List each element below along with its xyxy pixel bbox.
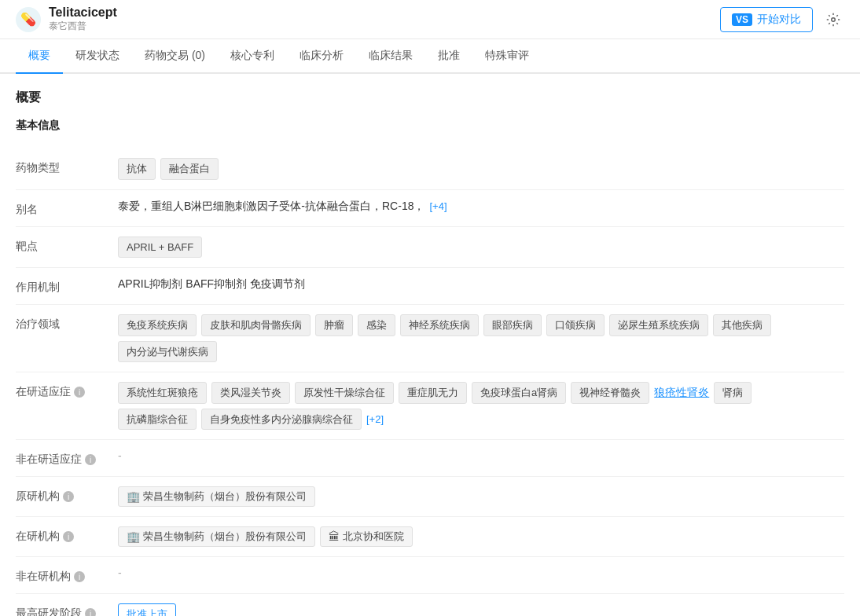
target-label: 靶点 — [16, 236, 118, 254]
page-title: 概要 — [16, 90, 844, 106]
dev-stage-info-icon[interactable]: i — [85, 608, 96, 616]
tag-skin: 皮肤和肌肉骨骼疾病 — [201, 314, 311, 336]
alias-label: 别名 — [16, 200, 118, 217]
header-right: VS 开始对比 — [720, 7, 844, 32]
drug-type-label: 药物类型 — [16, 158, 118, 175]
tag-infection: 感染 — [358, 314, 395, 336]
drug-icon: 💊 — [16, 7, 41, 32]
org-icon-3: 🏛 — [329, 530, 340, 543]
alias-text: 泰爱，重组人B淋巴细胞刺激因子受体-抗体融合蛋白，RC-18， — [118, 200, 424, 214]
tag-tumor: 肿瘤 — [315, 314, 353, 336]
target-value: APRIL + BAFF — [118, 236, 844, 258]
dev-stage-tag: 批准上市 — [118, 603, 176, 616]
tag-antibody: 抗体 — [118, 158, 156, 180]
svg-point-0 — [832, 17, 836, 21]
tab-clinical-analysis[interactable]: 临床分析 — [287, 39, 356, 74]
non-research-org-dash: - — [118, 566, 122, 579]
indication-row1: 系统性红斑狼疮 类风湿关节炎 原发性干燥综合征 重症肌无力 免疫球蛋白a肾病 视… — [118, 382, 844, 404]
compare-badge: VS — [732, 13, 752, 26]
tag-sjogren: 原发性干燥综合征 — [295, 382, 394, 404]
origin-org-row: 原研机构 i 🏢 荣昌生物制药（烟台）股份有限公司 — [16, 477, 844, 517]
non-indication-row: 非在研适应症 i - — [16, 440, 844, 477]
tag-myasthenia: 重症肌无力 — [399, 382, 467, 404]
mechanism-row: 作用机制 APRIL抑制剂 BAFF抑制剂 免疫调节剂 — [16, 268, 844, 305]
tag-antiphospholipid: 抗磷脂综合征 — [118, 409, 197, 431]
drug-name-en: Telitacicept — [49, 6, 117, 20]
tag-nmo: 视神经脊髓炎 — [571, 382, 649, 404]
tab-approval[interactable]: 批准 — [425, 39, 472, 74]
research-org-row: 在研机构 i 🏢 荣昌生物制药（烟台）股份有限公司 🏛 北京协和医院 — [16, 517, 844, 557]
research-org1-name: 荣昌生物制药（烟台）股份有限公司 — [143, 530, 307, 544]
indication-more[interactable]: [+2] — [366, 413, 384, 425]
settings-button[interactable] — [822, 9, 844, 31]
tag-lupus-nephritis-link[interactable]: 狼疮性肾炎 — [654, 386, 709, 400]
indication-value: 系统性红斑狼疮 类风湿关节炎 原发性干燥综合征 重症肌无力 免疫球蛋白a肾病 视… — [118, 382, 844, 430]
org-icon-1: 🏢 — [127, 490, 140, 503]
non-indication-label: 非在研适应症 i — [16, 449, 118, 467]
mechanism-label: 作用机制 — [16, 277, 118, 295]
tag-nervous: 神经系统疾病 — [400, 314, 479, 336]
tag-nephropathy: 肾病 — [714, 382, 752, 404]
origin-org-name: 荣昌生物制药（烟台）股份有限公司 — [143, 490, 307, 504]
nav-tabs: 概要 研发状态 药物交易 (0) 核心专利 临床分析 临床结果 批准 特殊审评 — [0, 39, 860, 74]
compare-label: 开始对比 — [757, 13, 801, 27]
tab-drug-deals[interactable]: 药物交易 (0) — [132, 39, 218, 74]
non-indication-info-icon[interactable]: i — [85, 454, 96, 465]
tag-iga: 免疫球蛋白a肾病 — [472, 382, 566, 404]
tag-urinary: 泌尿生殖系统疾病 — [609, 314, 708, 336]
tag-oral: 口颌疾病 — [546, 314, 605, 336]
tab-clinical-results[interactable]: 临床结果 — [356, 39, 425, 74]
dev-stage-label: 最高研发阶段 i — [16, 603, 118, 616]
tab-special-review[interactable]: 特殊审评 — [472, 39, 542, 74]
header: 💊 Telitacicept 泰它西普 VS 开始对比 — [0, 0, 860, 39]
alias-value: 泰爱，重组人B淋巴细胞刺激因子受体-抗体融合蛋白，RC-18，[+4] — [118, 200, 844, 214]
mechanism-value: APRIL抑制剂 BAFF抑制剂 免疫调节剂 — [118, 277, 844, 292]
non-indication-value: - — [118, 449, 844, 462]
content: 概要 基本信息 药物类型 抗体 融合蛋白 别名 泰爱，重组人B淋巴细胞刺激因子受… — [0, 74, 860, 616]
origin-org-info-icon[interactable]: i — [63, 491, 74, 502]
indication-info-icon[interactable]: i — [74, 387, 85, 398]
alias-more[interactable]: [+4] — [429, 200, 447, 212]
tab-overview[interactable]: 概要 — [16, 39, 63, 74]
tag-other: 其他疾病 — [713, 314, 771, 336]
research-org-value: 🏢 荣昌生物制药（烟台）股份有限公司 🏛 北京协和医院 — [118, 526, 844, 547]
drug-title: Telitacicept 泰它西普 — [49, 6, 117, 33]
indication-row: 在研适应症 i 系统性红斑狼疮 类风湿关节炎 原发性干燥综合征 重症肌无力 免疫… — [16, 372, 844, 440]
tag-autoimmune-poly: 自身免疫性多内分泌腺病综合征 — [201, 409, 362, 431]
tag-immune: 免疫系统疾病 — [118, 314, 197, 336]
target-row: 靶点 APRIL + BAFF — [16, 227, 844, 269]
mechanism-text: APRIL抑制剂 BAFF抑制剂 免疫调节剂 — [118, 277, 305, 292]
tag-fusion-protein: 融合蛋白 — [160, 158, 219, 180]
org-icon-2: 🏢 — [127, 530, 140, 543]
research-org-tag2: 🏛 北京协和医院 — [320, 526, 413, 547]
tag-target: APRIL + BAFF — [118, 236, 202, 258]
origin-org-value: 🏢 荣昌生物制药（烟台）股份有限公司 — [118, 486, 844, 507]
basic-info-title: 基本信息 — [16, 119, 844, 133]
tab-dev-status[interactable]: 研发状态 — [63, 39, 132, 74]
therapy-value: 免疫系统疾病 皮肤和肌肉骨骼疾病 肿瘤 感染 神经系统疾病 眼部疾病 口颌疾病 … — [118, 314, 844, 362]
non-indication-dash: - — [118, 449, 122, 462]
non-research-org-value: - — [118, 566, 844, 579]
research-org-info-icon[interactable]: i — [63, 531, 74, 542]
tab-core-patent[interactable]: 核心专利 — [218, 39, 287, 74]
header-left: 💊 Telitacicept 泰它西普 — [16, 6, 117, 33]
origin-org-label: 原研机构 i — [16, 486, 118, 504]
tag-ra: 类风湿关节炎 — [211, 382, 290, 404]
research-org-tag1: 🏢 荣昌生物制药（烟台）股份有限公司 — [118, 526, 315, 547]
dev-stage-value: 批准上市 — [118, 603, 844, 616]
tag-eye: 眼部疾病 — [483, 314, 542, 336]
research-org-label: 在研机构 i — [16, 526, 118, 544]
therapy-col: 免疫系统疾病 皮肤和肌肉骨骼疾病 肿瘤 感染 神经系统疾病 眼部疾病 口颌疾病 … — [118, 314, 844, 362]
non-research-org-row: 非在研机构 i - — [16, 557, 844, 594]
indication-row2: 抗磷脂综合征 自身免疫性多内分泌腺病综合征 [+2] — [118, 409, 844, 431]
therapy-label: 治疗领域 — [16, 314, 118, 332]
drug-type-value: 抗体 融合蛋白 — [118, 158, 844, 180]
compare-button[interactable]: VS 开始对比 — [720, 7, 813, 32]
drug-type-row: 药物类型 抗体 融合蛋白 — [16, 148, 844, 190]
non-research-org-info-icon[interactable]: i — [74, 571, 85, 582]
non-research-org-label: 非在研机构 i — [16, 566, 118, 584]
drug-name-cn: 泰它西普 — [49, 20, 117, 33]
indication-col: 系统性红斑狼疮 类风湿关节炎 原发性干燥综合征 重症肌无力 免疫球蛋白a肾病 视… — [118, 382, 844, 430]
tag-lupus: 系统性红斑狼疮 — [118, 382, 207, 404]
tag-endocrine: 内分泌与代谢疾病 — [118, 341, 217, 363]
